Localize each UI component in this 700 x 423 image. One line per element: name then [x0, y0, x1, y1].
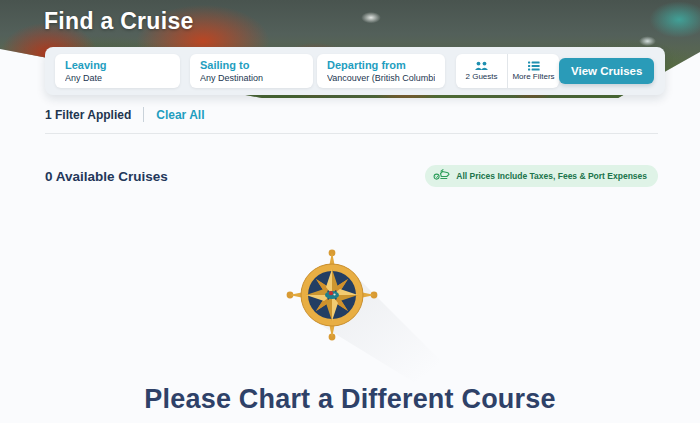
horizontal-divider: [45, 133, 658, 134]
departing-from-label: Departing from: [327, 59, 435, 72]
filter-applied-count: 1 Filter Applied: [45, 108, 131, 122]
compass-icon: [262, 225, 462, 397]
guests-filters-card: 2 Guests More Filters: [456, 54, 559, 88]
list-filter-icon: [528, 61, 540, 71]
leaving-value: Any Date: [65, 73, 170, 84]
leaving-label: Leaving: [65, 59, 170, 72]
departing-from-field[interactable]: Departing from Vancouver (British Columb…: [317, 54, 445, 88]
divider: [143, 107, 144, 122]
price-badge-text: All Prices Include Taxes, Fees & Port Ex…: [456, 171, 647, 181]
sailing-to-value: Any Destination: [200, 73, 303, 84]
cruise-search-bar: Leaving Any Date Sailing to Any Destinat…: [45, 47, 665, 95]
guests-label: 2 Guests: [465, 72, 497, 81]
available-cruises-count: 0 Available Cruises: [45, 169, 168, 184]
filter-bar: 1 Filter Applied Clear All: [45, 107, 204, 122]
more-filters-button[interactable]: More Filters: [507, 54, 559, 88]
empty-state-heading: Please Chart a Different Course: [0, 384, 700, 415]
view-cruises-button[interactable]: View Cruises: [559, 58, 654, 84]
ship-icon: [433, 167, 450, 185]
guests-icon: [474, 61, 489, 71]
price-inclusion-badge: All Prices Include Taxes, Fees & Port Ex…: [425, 165, 658, 187]
leaving-field[interactable]: Leaving Any Date: [55, 54, 180, 88]
sailing-to-label: Sailing to: [200, 59, 303, 72]
results-header: 0 Available Cruises All Prices Include T…: [45, 165, 658, 187]
more-filters-label: More Filters: [512, 72, 554, 81]
page-title: Find a Cruise: [44, 8, 194, 35]
departing-from-value: Vancouver (British Columbia), Can...: [327, 73, 435, 84]
clear-all-link[interactable]: Clear All: [156, 108, 204, 122]
sailing-to-field[interactable]: Sailing to Any Destination: [190, 54, 313, 88]
guests-selector[interactable]: 2 Guests: [456, 54, 507, 88]
